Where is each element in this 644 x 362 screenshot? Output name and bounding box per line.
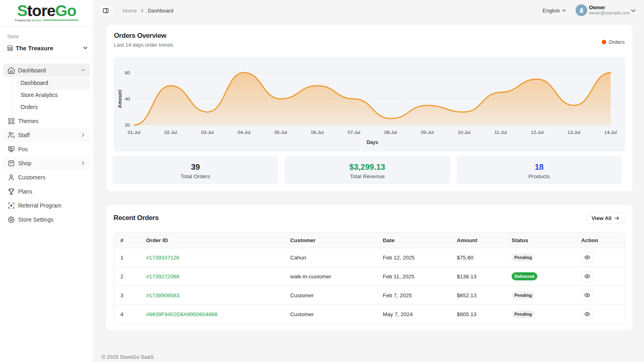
svg-text:10-Jul: 10-Jul bbox=[458, 130, 470, 135]
svg-text:13-Jul: 13-Jul bbox=[568, 130, 580, 135]
svg-text:05-Jul: 05-Jul bbox=[275, 130, 287, 135]
svg-text:Amount: Amount bbox=[117, 90, 123, 108]
svg-text:06-Jul: 06-Jul bbox=[311, 130, 324, 135]
svg-text:14-Jul: 14-Jul bbox=[604, 130, 617, 135]
svg-text:02-Jul: 02-Jul bbox=[164, 130, 177, 135]
svg-text:03-Jul: 03-Jul bbox=[201, 130, 214, 135]
svg-text:09-Jul: 09-Jul bbox=[421, 130, 433, 135]
svg-text:60: 60 bbox=[125, 70, 130, 75]
svg-text:11-Jul: 11-Jul bbox=[495, 130, 507, 135]
svg-text:12-Jul: 12-Jul bbox=[531, 130, 543, 135]
svg-text:Days: Days bbox=[367, 140, 378, 145]
svg-text:08-Jul: 08-Jul bbox=[384, 130, 397, 135]
svg-text:04-Jul: 04-Jul bbox=[238, 130, 250, 135]
svg-text:07-Jul: 07-Jul bbox=[348, 130, 360, 135]
svg-text:01-Jul: 01-Jul bbox=[128, 130, 140, 135]
svg-text:20: 20 bbox=[125, 123, 130, 128]
svg-text:40: 40 bbox=[125, 97, 130, 101]
